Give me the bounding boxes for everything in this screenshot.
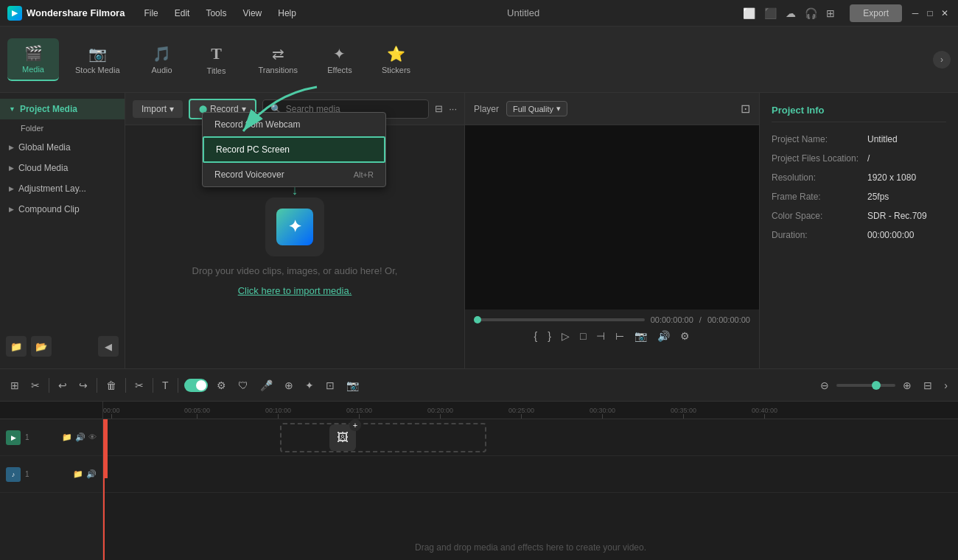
timeline-monitor-icon[interactable]: ⊡ (323, 377, 338, 394)
timeline-merge-icon[interactable]: ⊕ (282, 377, 296, 394)
sidebar-container: ▼ Project Media Folder ▶ Global Media ▶ … (0, 99, 125, 363)
minimize-button[interactable]: ─ (909, 7, 921, 19)
track-audio-add-icon[interactable]: 📁 (73, 469, 83, 479)
drop-text: Drop your video clips, images, or audio … (192, 265, 398, 276)
play-button[interactable]: ▷ (562, 330, 570, 342)
label-resolution: Resolution: (772, 172, 867, 183)
track-video-eye-icon[interactable]: 👁 (88, 433, 97, 442)
zoom-track[interactable] (836, 384, 895, 387)
timeline-cut-icon[interactable]: ✂ (132, 377, 147, 394)
trim-prev-button[interactable]: ⊣ (596, 330, 605, 342)
time-bar: 00:00:00:00 / 00:00:00:00 (474, 315, 750, 324)
project-info-title: Project Info (772, 105, 946, 122)
sidebar-item-folder[interactable]: Folder (0, 119, 125, 137)
timeline-cam-icon[interactable]: 📷 (343, 377, 362, 394)
player-screen (465, 125, 759, 309)
sidebar-item-global-media[interactable]: ▶ Global Media (0, 137, 125, 158)
menu-view[interactable]: View (235, 5, 269, 21)
timeline-delete-icon[interactable]: 🗑 (103, 377, 119, 394)
menu-bar: File Edit Tools View Help (136, 5, 304, 21)
export-button[interactable]: Export (850, 4, 902, 22)
icon-monitor: ⬜ (743, 7, 755, 19)
drag-drop-text: Drag and drop media and effects here to … (103, 542, 958, 553)
sidebar-item-adjustment-layer[interactable]: ▶ Adjustment Lay... (0, 178, 125, 199)
timeline-shield-icon[interactable]: 🛡 (235, 377, 251, 394)
stock-media-icon: 📷 (88, 45, 107, 63)
timeline-toolbar: ⊞ ✂ ↩ ↪ 🗑 ✂ T ⚙ 🛡 🎤 ⊕ ✦ ⊡ 📷 ⊖ ⊕ ⊟ › (0, 369, 958, 402)
timeline-toggle[interactable] (184, 379, 208, 392)
track-audio-body[interactable] (103, 456, 958, 493)
value-color-space: SDR - Rec.709 (867, 211, 927, 221)
toolbar-media[interactable]: 🎬 Media (7, 38, 59, 81)
import-link[interactable]: Click here to import media. (238, 285, 352, 296)
stock-media-label: Stock Media (75, 66, 120, 74)
media-icon: 🎬 (24, 44, 43, 62)
track-video-body[interactable]: 🖼 + (103, 419, 958, 456)
trim-next-button[interactable]: ⊢ (615, 330, 624, 342)
record-from-webcam-item[interactable]: Record from Webcam (203, 113, 385, 136)
global-media-label: Global Media (18, 142, 71, 153)
snapshot-button[interactable]: 📷 (634, 330, 647, 342)
timeline-ruler[interactable]: 00:00 00:05:00 00:10:00 00:15:00 00:20:0… (103, 402, 958, 419)
title-icons: ⬜ ⬛ ☁ 🎧 ⊞ (743, 7, 835, 19)
record-pc-screen-item[interactable]: Record PC Screen (203, 136, 385, 163)
zoom-in-button[interactable]: ⊕ (900, 377, 915, 394)
quality-select[interactable]: Full Quality ▾ (506, 101, 567, 116)
sidebar-collapse-button[interactable]: ◀ (98, 336, 119, 357)
player-expand-icon[interactable]: ⊡ (741, 102, 750, 116)
media-thumbnail: 🖼 + (329, 424, 356, 451)
timeline-mic-icon[interactable]: 🎤 (257, 377, 276, 394)
sidebar-item-compound-clip[interactable]: ▶ Compound Clip (0, 199, 125, 220)
toolbar-stickers[interactable]: ⭐ Stickers (368, 39, 424, 80)
import-button[interactable]: Import ▾ (133, 100, 183, 118)
toolbar-effects[interactable]: ✦ Effects (314, 39, 366, 80)
mark-out-button[interactable]: } (548, 330, 551, 342)
new-folder-button[interactable]: 📂 (31, 336, 52, 357)
toolbar-transitions[interactable]: ⇄ Transitions (245, 39, 311, 80)
track-video-header: ▶ 1 📁 🔊 👁 (0, 419, 102, 456)
sidebar-item-cloud-media[interactable]: ▶ Cloud Media (0, 158, 125, 178)
stop-button[interactable]: □ (580, 330, 586, 342)
transitions-icon: ⇄ (272, 45, 284, 63)
timeline-grid-icon[interactable]: ⊞ (7, 377, 22, 394)
track-video-add-icon[interactable]: 📁 (62, 433, 72, 442)
more-icon[interactable]: ··· (449, 103, 457, 114)
global-media-arrow: ▶ (9, 144, 14, 151)
add-folder-button[interactable]: 📁 (6, 336, 27, 357)
zoom-out-button[interactable]: ⊖ (817, 377, 832, 394)
track-video-icon: ▶ (6, 430, 21, 445)
maximize-button[interactable]: □ (924, 7, 936, 19)
timeline-layout-icon[interactable]: ⊟ (920, 377, 935, 394)
track-audio-num: 1 (25, 470, 29, 478)
timeline-text-icon[interactable]: T (159, 377, 172, 394)
timeline-redo-icon[interactable]: ↪ (76, 377, 91, 394)
menu-edit[interactable]: Edit (167, 5, 197, 21)
track-video-vol-icon[interactable]: 🔊 (75, 433, 85, 442)
settings-button[interactable]: ⚙ (680, 330, 690, 342)
media-drop-placeholder[interactable]: 🖼 + (280, 423, 486, 452)
toolbar-expand[interactable]: › (933, 51, 951, 69)
menu-file[interactable]: File (136, 5, 165, 21)
progress-track[interactable] (474, 318, 645, 321)
track-audio-vol-icon[interactable]: 🔊 (86, 469, 97, 479)
info-frame-rate: Frame Rate: 25fps (772, 192, 946, 202)
record-voiceover-item[interactable]: Record Voiceover Alt+R (203, 163, 385, 186)
close-button[interactable]: ✕ (939, 7, 951, 19)
timeline-undo-icon[interactable]: ↩ (55, 377, 70, 394)
filter-icon[interactable]: ⊟ (435, 103, 443, 114)
menu-tools[interactable]: Tools (198, 5, 234, 21)
icon-cloud: ☁ (786, 7, 796, 19)
timeline-scissors-icon[interactable]: ✂ (28, 377, 43, 394)
info-resolution: Resolution: 1920 x 1080 (772, 172, 946, 183)
toolbar-audio[interactable]: 🎵 Audio (136, 39, 188, 80)
timeline-gear-icon[interactable]: ⚙ (214, 377, 229, 394)
volume-button[interactable]: 🔊 (657, 330, 670, 342)
value-resolution: 1920 x 1080 (867, 172, 916, 183)
toolbar-titles[interactable]: T Titles (191, 38, 242, 81)
timeline-more-icon[interactable]: › (941, 377, 951, 394)
toolbar-stock-media[interactable]: 📷 Stock Media (62, 39, 133, 80)
sidebar-item-project-media[interactable]: ▼ Project Media (0, 99, 125, 119)
timeline-star-icon[interactable]: ✦ (302, 377, 317, 394)
mark-in-button[interactable]: { (534, 330, 538, 342)
menu-help[interactable]: Help (270, 5, 304, 21)
